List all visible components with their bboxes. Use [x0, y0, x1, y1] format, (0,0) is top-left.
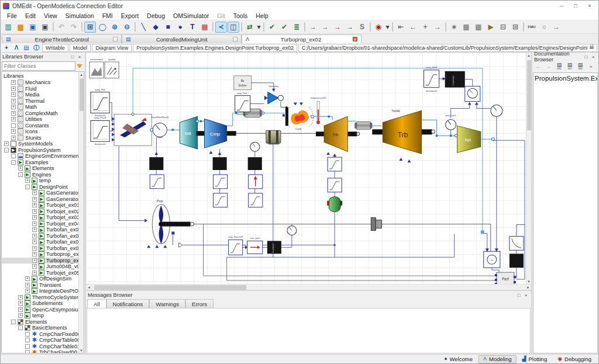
messages-tab[interactable]: Warnings: [149, 299, 185, 308]
tree-item[interactable]: + ▶ ThermoCycleSystems: [2, 294, 78, 301]
filter-classes-input[interactable]: [2, 61, 75, 71]
power-turbine-component[interactable]: Trb Trb049: [372, 110, 435, 162]
expander-icon[interactable]: +: [32, 227, 37, 232]
simulation-flag-icon[interactable]: ▶: [485, 22, 497, 33]
expander-icon[interactable]: +: [32, 215, 37, 220]
expander-icon[interactable]: +: [25, 178, 30, 183]
tab-close-icon[interactable]: [233, 37, 237, 41]
ramp-block[interactable]: [214, 193, 228, 207]
tree-item[interactable]: + ▶ Turbojet_ex01: [2, 202, 78, 209]
tab-close-icon[interactable]: ×: [353, 37, 357, 41]
ellipse-shape-icon[interactable]: ●: [174, 22, 186, 33]
undock-icon[interactable]: □: [583, 54, 590, 60]
expander-icon[interactable]: [11, 154, 16, 158]
expander-icon[interactable]: +: [11, 117, 16, 122]
environment-block[interactable]: environment: [89, 58, 104, 78]
propeller-component[interactable]: Prop: [147, 199, 194, 248]
ramp-npp-block[interactable]: ramp_NPP duration=10: [424, 66, 439, 92]
zoom-fit-icon[interactable]: ◯: [97, 22, 108, 33]
menu-item[interactable]: Edit: [21, 12, 40, 20]
menu-item[interactable]: Help: [252, 12, 273, 20]
expander-icon[interactable]: -: [18, 172, 23, 177]
speed-gauge[interactable]: [287, 226, 297, 235]
tree-item[interactable]: - Elements: [2, 319, 78, 325]
ramp-block[interactable]: [150, 175, 164, 189]
expander-icon[interactable]: +: [32, 234, 37, 238]
tree-item[interactable]: + ▶ IntegrateDesPtOffDes: [2, 288, 78, 294]
tree-item[interactable]: - ▶ DesignPoint: [2, 184, 78, 190]
expander-icon[interactable]: [25, 350, 30, 353]
documentation-content[interactable]: PropulsionSystem.Exam: [533, 72, 598, 353]
expander-icon[interactable]: +: [11, 92, 16, 97]
flight-condition-block[interactable]: [112, 113, 153, 145]
dropdown-arrow-icon[interactable]: ▾: [385, 22, 390, 33]
import-fmu-icon[interactable]: FMU: [526, 22, 538, 33]
duct-component[interactable]: [354, 122, 372, 129]
undo-icon[interactable]: ↶: [56, 22, 67, 33]
pressure-gauge[interactable]: pressure1: [446, 114, 457, 130]
expander-icon[interactable]: +: [18, 313, 23, 318]
system-block[interactable]: system: [105, 58, 119, 78]
expander-icon[interactable]: +: [18, 166, 23, 171]
tree-item[interactable]: + Mechanics: [2, 79, 78, 86]
shaft-inertia-component[interactable]: [327, 197, 342, 212]
undock-icon[interactable]: □: [515, 293, 522, 298]
tree-item[interactable]: + ▶ OpenCAEsymposium2019: [2, 307, 78, 313]
reset-zoom-icon[interactable]: ⇤: [395, 22, 407, 33]
table-block[interactable]: [510, 236, 524, 250]
tree-item[interactable]: - ▶ Examples: [2, 160, 78, 166]
editor-tab[interactable]: ▤ EngineThrottleControl: [2, 34, 122, 43]
overflow-icon[interactable]: »: [586, 61, 595, 72]
tree-item[interactable]: ✱ CmpCharTable00: [2, 337, 78, 344]
expander-icon[interactable]: [25, 344, 30, 349]
tree-item[interactable]: ✱ CmpCharFixed00: [2, 331, 78, 338]
menu-item[interactable]: Export: [117, 12, 143, 20]
torque-gauge[interactable]: [491, 105, 502, 117]
tree-item[interactable]: Constants: [2, 123, 78, 129]
text-view-icon[interactable]: ▤: [22, 44, 31, 52]
expander-icon[interactable]: +: [32, 271, 37, 275]
menu-item[interactable]: View: [40, 12, 61, 20]
close-button[interactable]: ×: [583, 2, 596, 11]
expander-icon[interactable]: [11, 123, 16, 128]
ramp-block[interactable]: [328, 178, 342, 192]
tree-item[interactable]: ✱ CmpCharTable01: [2, 344, 78, 350]
tree-item[interactable]: + ▶ Turbojet_ex02: [2, 209, 78, 215]
constrainer-block[interactable]: [248, 157, 262, 170]
menu-item[interactable]: Debug: [143, 12, 169, 20]
expander-icon[interactable]: -: [25, 185, 30, 189]
oms-model-icon[interactable]: ○: [538, 22, 550, 33]
tree-item[interactable]: + ▶ Jumo004B_v001: [2, 264, 78, 270]
edit-revisions-icon[interactable]: ▤ rev: [565, 61, 574, 72]
expander-icon[interactable]: +: [4, 141, 9, 146]
tree-item[interactable]: - BasicElements: [2, 325, 78, 331]
tree-item[interactable]: + ComplexMath: [2, 110, 78, 117]
undock-icon[interactable]: □: [69, 54, 76, 60]
menu-item[interactable]: Git: [213, 12, 229, 20]
simulate-animation-icon[interactable]: →: [344, 22, 356, 33]
dropdown-arrow-icon[interactable]: ▾: [256, 22, 261, 33]
perf-block[interactable]: Perf: [495, 272, 516, 284]
tree-item[interactable]: + ▶ Turbofan_ex03: [2, 239, 78, 245]
ramp-nmechlp-block[interactable]: ramp_NmechLP: [228, 236, 243, 255]
tlm-simulate-icon[interactable]: →: [432, 22, 443, 33]
tree-item[interactable]: + ▶ Transient: [2, 282, 78, 289]
tree-item[interactable]: + SIunits: [2, 135, 78, 141]
scroll-thumb[interactable]: [527, 60, 531, 130]
messages-tab[interactable]: Errors: [185, 299, 214, 308]
constrainer-block[interactable]: [213, 157, 227, 170]
constrainer1-block[interactable]: Constrainer1: [267, 241, 281, 254]
tree-item[interactable]: + Media: [2, 92, 78, 98]
line-shape-icon[interactable]: ╲: [137, 22, 149, 33]
editor-tab[interactable]: Λ Turboprop_ex02 ×: [242, 34, 362, 43]
tree-item[interactable]: + ▶ Subelements: [2, 300, 78, 307]
expander-icon[interactable]: +: [11, 80, 16, 85]
tree-item[interactable]: + ▶ temp: [2, 313, 78, 319]
conversion-block[interactable]: [249, 175, 263, 189]
from-rpm-block[interactable]: from_rpm0: [247, 237, 263, 254]
expander-icon[interactable]: +: [11, 86, 16, 91]
modeling-perspective-button[interactable]: Λ Modeling: [478, 355, 517, 363]
tree-item[interactable]: + ▶ Turbojet_ex03: [2, 214, 78, 221]
tree-item[interactable]: + Math: [2, 104, 78, 110]
debug-icon[interactable]: ◉: [373, 22, 384, 33]
